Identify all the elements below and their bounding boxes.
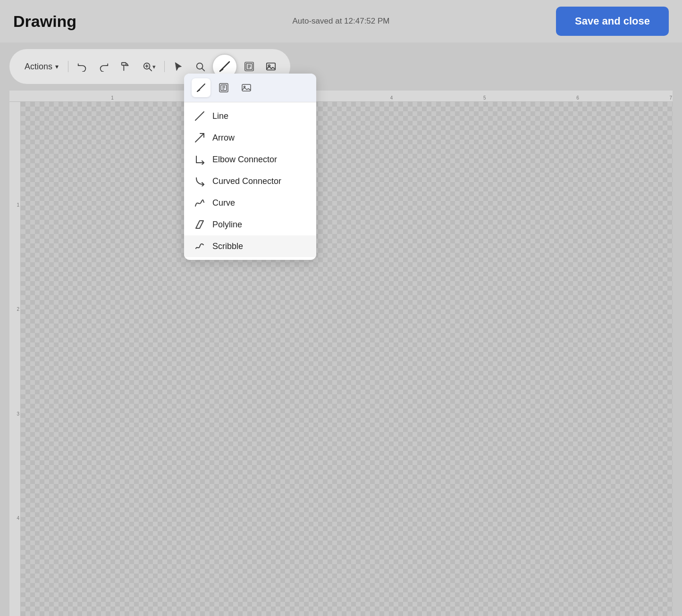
line-label: Line — [212, 111, 228, 121]
canvas-area[interactable]: 1 2 3 4 5 6 7 1 2 3 4 5 — [9, 91, 673, 616]
divider-1 — [68, 61, 68, 72]
connector-icon — [218, 60, 231, 73]
image-icon — [266, 61, 276, 72]
zoom-button[interactable]: ▾ — [137, 58, 160, 75]
ruler-vtick-3: 3 — [17, 411, 19, 416]
format-painter-icon — [120, 61, 131, 72]
arrow-svg — [194, 133, 205, 143]
divider-2 — [164, 61, 165, 72]
ruler-left: 1 2 3 4 5 — [9, 102, 21, 616]
select-button[interactable] — [168, 58, 188, 75]
arrow-icon — [194, 133, 206, 143]
scribble-icon — [194, 241, 206, 251]
ruler-top: 1 2 3 4 5 6 7 — [9, 91, 673, 102]
dropdown-connector-tab[interactable] — [192, 78, 210, 97]
dropdown-image-tab[interactable] — [237, 78, 256, 97]
svg-line-27 — [195, 133, 204, 142]
curved-connector-icon — [194, 176, 206, 186]
arrow-label: Arrow — [212, 133, 235, 143]
dropdown-text-icon — [219, 83, 229, 93]
header: Drawing Auto-saved at 12:47:52 PM Save a… — [0, 0, 682, 42]
actions-chevron: ▾ — [55, 63, 59, 70]
svg-line-26 — [195, 112, 204, 120]
dropdown-item-arrow[interactable]: Arrow — [184, 127, 316, 149]
line-icon — [194, 111, 206, 121]
curved-connector-label: Curved Connector — [212, 176, 281, 186]
actions-label: Actions — [25, 62, 52, 72]
dropdown-image-icon — [241, 83, 252, 93]
polyline-icon — [194, 219, 206, 230]
search-icon — [195, 61, 205, 72]
dropdown-item-scribble[interactable]: Scribble — [184, 235, 316, 257]
zoom-chevron: ▾ — [152, 63, 156, 70]
scribble-svg — [194, 241, 205, 251]
svg-rect-24 — [242, 84, 251, 91]
ruler-tick-7: 7 — [669, 95, 672, 100]
ruler-tick-4: 4 — [390, 95, 393, 100]
ruler-tick-6: 6 — [576, 95, 579, 100]
dropdown-connector-icon — [196, 83, 206, 93]
elbow-label: Elbow Connector — [212, 155, 277, 165]
select-icon — [173, 61, 184, 72]
page-title: Drawing — [13, 12, 76, 31]
scribble-label: Scribble — [212, 241, 243, 251]
undo-button[interactable] — [72, 58, 92, 75]
canvas-content[interactable] — [21, 102, 673, 616]
svg-rect-15 — [267, 63, 275, 70]
actions-button[interactable]: Actions ▾ — [19, 58, 64, 75]
dropdown-text-tab[interactable] — [214, 78, 233, 97]
dropdown-item-curved[interactable]: Curved Connector — [184, 170, 316, 192]
curve-svg — [194, 198, 205, 208]
svg-marker-28 — [196, 221, 203, 228]
redo-icon — [99, 61, 109, 72]
text-icon — [244, 61, 254, 72]
svg-line-7 — [202, 68, 204, 71]
dropdown-item-elbow[interactable]: Elbow Connector — [184, 149, 316, 170]
dropdown-item-curve[interactable]: Curve — [184, 192, 316, 214]
dropdown-icon-row — [184, 74, 316, 102]
polyline-label: Polyline — [212, 220, 242, 230]
dropdown-item-line[interactable]: Line — [184, 105, 316, 127]
line-svg — [194, 111, 205, 121]
curve-label: Curve — [212, 198, 235, 208]
ruler-tick-5: 5 — [483, 95, 486, 100]
undo-icon — [77, 61, 87, 72]
curve-icon — [194, 198, 206, 208]
autosave-status: Auto-saved at 12:47:52 PM — [292, 17, 389, 26]
svg-line-9 — [220, 69, 223, 71]
format-painter-button[interactable] — [116, 58, 135, 75]
ruler-vtick-1: 1 — [17, 202, 19, 208]
polyline-svg — [194, 219, 205, 230]
curved-svg — [194, 176, 205, 186]
image-button[interactable] — [261, 58, 281, 75]
redo-button[interactable] — [94, 58, 114, 75]
svg-line-3 — [149, 68, 152, 71]
ruler-tick-1: 1 — [111, 95, 114, 100]
elbow-icon — [194, 154, 206, 165]
zoom-icon — [142, 61, 152, 72]
connector-dropdown: Line Arrow — [184, 74, 316, 260]
elbow-svg — [194, 154, 205, 165]
ruler-vtick-2: 2 — [17, 307, 19, 312]
text-button[interactable] — [239, 58, 259, 75]
dropdown-item-polyline[interactable]: Polyline — [184, 214, 316, 235]
save-close-button[interactable]: Save and close — [556, 7, 669, 36]
search-button[interactable] — [190, 58, 210, 75]
dropdown-menu-list: Line Arrow — [184, 102, 316, 260]
ruler-vtick-4: 4 — [17, 516, 19, 521]
svg-line-18 — [197, 90, 200, 92]
